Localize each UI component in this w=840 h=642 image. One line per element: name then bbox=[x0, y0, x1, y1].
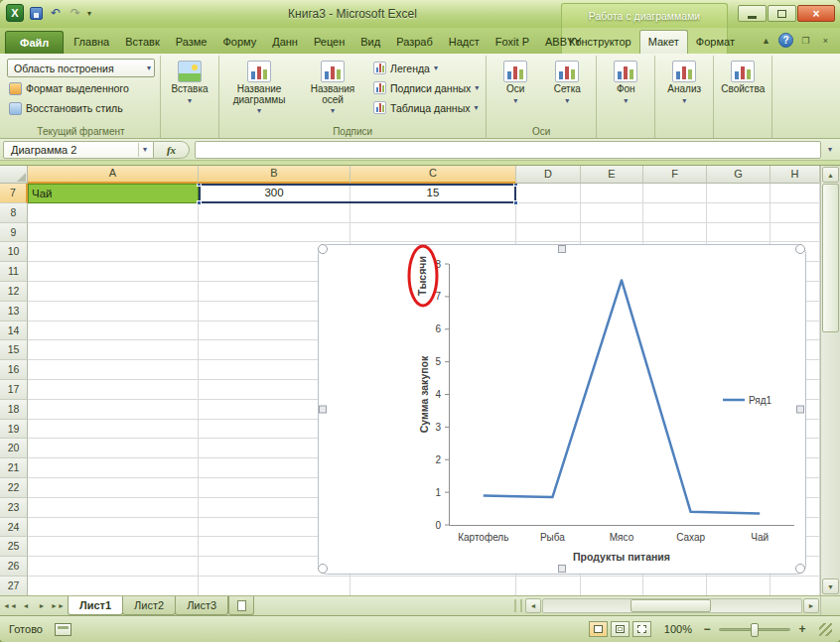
row-header-7[interactable]: 7 bbox=[0, 184, 28, 203]
data-table-button[interactable]: Таблица данных ▾ bbox=[371, 98, 481, 117]
cell-E27[interactable] bbox=[581, 577, 643, 595]
row-header-22[interactable]: 22 bbox=[0, 478, 28, 498]
cell-E7[interactable] bbox=[581, 184, 643, 203]
row-header-9[interactable]: 9 bbox=[0, 223, 28, 243]
zoom-in-button[interactable]: + bbox=[795, 622, 809, 636]
chart-elements-dropdown[interactable]: Область построения ▾ bbox=[7, 59, 155, 77]
name-box[interactable]: Диаграмма 2 ▾ bbox=[3, 141, 154, 159]
ribbon-tab-4[interactable]: Форму bbox=[214, 31, 264, 54]
cell-B9[interactable] bbox=[199, 223, 350, 243]
row-header-20[interactable]: 20 bbox=[0, 439, 28, 458]
ribbon-tab-8[interactable]: Разраб bbox=[388, 31, 441, 54]
cell-D9[interactable] bbox=[516, 223, 581, 243]
excel-app-icon[interactable]: X bbox=[6, 4, 24, 22]
insert-worksheet-button[interactable] bbox=[228, 596, 254, 615]
col-header-D[interactable]: D bbox=[516, 166, 581, 184]
name-box-dropdown[interactable]: ▾ bbox=[138, 143, 151, 157]
insert-button[interactable]: Вставка ▾ bbox=[166, 59, 213, 105]
scroll-right-icon[interactable]: ► bbox=[803, 598, 819, 613]
row-header-8[interactable]: 8 bbox=[0, 203, 28, 223]
cell-F9[interactable] bbox=[643, 223, 707, 243]
col-header-F[interactable]: F bbox=[643, 166, 707, 184]
background-button[interactable]: Фон ▾ bbox=[602, 59, 649, 105]
col-header-C[interactable]: C bbox=[350, 166, 516, 184]
ribbon-tab-7[interactable]: Вид bbox=[352, 31, 388, 54]
cell-A9[interactable] bbox=[28, 223, 199, 243]
horizontal-scroll-track[interactable] bbox=[542, 598, 802, 613]
row-header-19[interactable]: 19 bbox=[0, 420, 28, 440]
gridlines-button[interactable]: Сетка ▾ bbox=[543, 59, 591, 105]
cell-A24[interactable] bbox=[28, 518, 199, 538]
tab-split-handle[interactable] bbox=[514, 599, 522, 612]
next-sheet-icon[interactable]: ► bbox=[35, 599, 49, 613]
cell-A21[interactable] bbox=[28, 458, 199, 478]
expand-formula-bar-button[interactable]: ▾ bbox=[823, 141, 837, 159]
reset-style-button[interactable]: Восстановить стиль bbox=[7, 99, 125, 117]
row-header-14[interactable]: 14 bbox=[0, 321, 28, 341]
view-page-layout-button[interactable] bbox=[611, 621, 630, 637]
row-header-23[interactable]: 23 bbox=[0, 498, 28, 518]
cell-A13[interactable] bbox=[28, 302, 199, 321]
cell-H27[interactable] bbox=[770, 577, 820, 595]
last-sheet-icon[interactable]: ►► bbox=[51, 599, 65, 613]
ribbon-tab-3[interactable]: Разме bbox=[168, 31, 215, 54]
cell-D27[interactable] bbox=[516, 577, 581, 595]
ribbon-tab-5[interactable]: Данн bbox=[264, 31, 306, 54]
formula-input[interactable] bbox=[195, 141, 821, 159]
cell-A7[interactable]: Чай bbox=[28, 184, 199, 203]
cell-F27[interactable] bbox=[643, 577, 707, 595]
insert-function-button[interactable]: fx bbox=[154, 141, 190, 159]
close-button[interactable]: × bbox=[797, 5, 835, 22]
cell-B7[interactable]: 300 bbox=[199, 184, 350, 203]
cell-A11[interactable] bbox=[28, 262, 199, 282]
row-header-11[interactable]: 11 bbox=[0, 262, 28, 282]
undo-icon[interactable]: ↶ bbox=[48, 5, 64, 21]
cell-A23[interactable] bbox=[28, 498, 199, 518]
sheet-tab-3[interactable]: Лист3 bbox=[175, 596, 228, 615]
cell-D7[interactable] bbox=[516, 184, 581, 203]
col-header-B[interactable]: B bbox=[199, 166, 350, 184]
tab-layout[interactable]: Макет bbox=[639, 30, 688, 54]
ribbon-tab-6[interactable]: Рецен bbox=[306, 31, 352, 54]
view-normal-button[interactable] bbox=[589, 621, 608, 637]
analysis-button[interactable]: Анализ ▾ bbox=[660, 59, 708, 105]
cell-G7[interactable] bbox=[707, 184, 770, 203]
zoom-slider[interactable] bbox=[719, 628, 790, 631]
cell-A14[interactable] bbox=[28, 321, 199, 341]
cell-H8[interactable] bbox=[770, 203, 820, 223]
row-header-18[interactable]: 18 bbox=[0, 400, 28, 420]
tab-file[interactable]: Файл bbox=[5, 31, 64, 54]
zoom-out-button[interactable]: − bbox=[700, 622, 714, 636]
zoom-level[interactable]: 100% bbox=[662, 623, 692, 635]
cell-C27[interactable] bbox=[350, 577, 516, 595]
cell-E8[interactable] bbox=[581, 203, 643, 223]
view-page-break-button[interactable] bbox=[632, 621, 651, 637]
properties-button[interactable]: Свойства bbox=[719, 59, 767, 95]
tab-design[interactable]: Конструктор bbox=[561, 31, 639, 54]
row-header-21[interactable]: 21 bbox=[0, 458, 28, 478]
row-header-15[interactable]: 15 bbox=[0, 340, 28, 360]
cell-H9[interactable] bbox=[770, 223, 820, 243]
zoom-slider-thumb[interactable] bbox=[751, 623, 759, 637]
save-icon[interactable] bbox=[28, 5, 44, 21]
cell-A17[interactable] bbox=[28, 380, 199, 400]
cell-B27[interactable] bbox=[199, 577, 350, 595]
cell-C7[interactable]: 15 bbox=[350, 184, 516, 203]
cell-A22[interactable] bbox=[28, 478, 199, 498]
axes-button[interactable]: Оси ▾ bbox=[491, 59, 539, 105]
cell-A25[interactable] bbox=[28, 537, 199, 557]
cell-C9[interactable] bbox=[350, 223, 516, 243]
sheet-tab-1[interactable]: Лист1 bbox=[68, 596, 123, 615]
help-icon[interactable]: ? bbox=[778, 33, 793, 48]
horizontal-scroll-thumb[interactable] bbox=[630, 599, 711, 612]
cell-A15[interactable] bbox=[28, 340, 199, 360]
cell-A10[interactable] bbox=[28, 242, 199, 262]
cell-C8[interactable] bbox=[350, 203, 516, 223]
ribbon-tab-2[interactable]: Вставк bbox=[117, 31, 168, 54]
cell-A26[interactable] bbox=[28, 557, 199, 577]
ribbon-tab-10[interactable]: Foxit P bbox=[488, 31, 537, 54]
cell-G27[interactable] bbox=[707, 577, 770, 595]
scroll-left-icon[interactable]: ◄ bbox=[525, 598, 541, 613]
row-header-17[interactable]: 17 bbox=[0, 380, 28, 400]
vertical-scroll-track[interactable] bbox=[822, 332, 839, 578]
